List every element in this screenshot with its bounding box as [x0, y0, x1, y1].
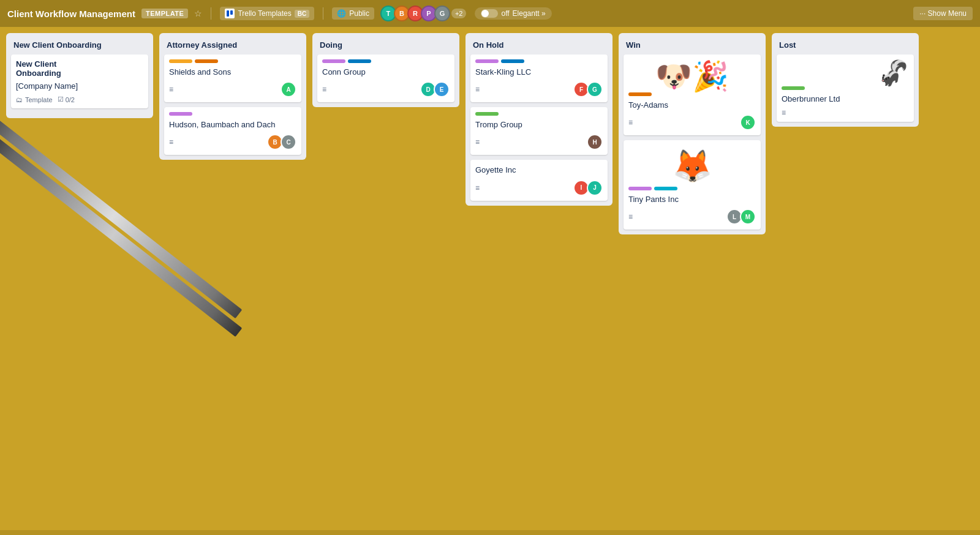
template-icon: 🗂 — [16, 96, 23, 103]
description-icon-ober: ≡ — [782, 108, 786, 117]
description-icon-hudson: ≡ — [169, 138, 173, 146]
public-button[interactable]: 🌐 Public — [332, 7, 374, 20]
label-yellow — [169, 59, 192, 63]
card-avatars-toy: K — [740, 114, 756, 130]
card-tromp-group[interactable]: Tromp Group ≡ H — [470, 107, 608, 155]
template-badge: TEMPLATE — [141, 9, 188, 18]
checklist-count: 0/2 — [66, 96, 75, 103]
card-conn-group[interactable]: Conn Group ≡ D E — [317, 54, 454, 102]
divider2 — [323, 7, 323, 20]
card-footer-tromp: ≡ H — [475, 134, 603, 150]
card-footer-stark: ≡ F G — [475, 81, 603, 97]
avatar-5[interactable]: G — [434, 6, 450, 21]
description-icon-tromp: ≡ — [475, 138, 480, 146]
card-avatar-1: A — [281, 81, 296, 97]
elegantt-label: Elegantt » — [513, 9, 546, 18]
label-teal-tiny — [654, 187, 677, 190]
card-goyette-inc[interactable]: Goyette Inc ≡ I J — [470, 160, 608, 200]
card-labels-conn — [322, 59, 450, 63]
card-footer-hudson: ≡ B C — [169, 134, 296, 150]
column-on-hold: On Hold Stark-Kling LLC ≡ F G Tromp Grou… — [466, 33, 612, 206]
card-title-ober: Oberbrunner Ltd — [782, 94, 909, 105]
description-icon-goyette: ≡ — [475, 184, 480, 192]
label-orange — [195, 59, 218, 63]
card-hudson-baumbach[interactable]: Hudson, Baumbach and Dach ≡ B C — [164, 107, 301, 155]
card-title-shields: Shields and Sons — [169, 67, 296, 78]
card-avatar-hudson-2: C — [281, 134, 296, 150]
elegantt-button[interactable]: off Elegantt » — [475, 7, 551, 20]
card-footer-toy: ≡ K — [628, 114, 756, 130]
card-tiny-pants[interactable]: 🦊 Tiny Pants Inc ≡ L M — [624, 140, 761, 230]
card-labels — [169, 59, 296, 63]
card-labels-tiny — [628, 187, 756, 190]
card-title-tiny: Tiny Pants Inc — [628, 194, 756, 205]
show-menu-label: ··· Show Menu — [919, 9, 967, 18]
description-icon-conn: ≡ — [322, 85, 326, 94]
label-purple — [169, 112, 192, 116]
label-purple-tiny — [628, 187, 652, 190]
tiny-pants-sticker: 🦊 — [628, 145, 756, 187]
label-orange-toy — [628, 92, 652, 96]
label-blue-stark — [501, 59, 524, 63]
card-title-conn: Conn Group — [322, 67, 450, 78]
card-toy-adams[interactable]: 🐶🎉 Toy-Adams ≡ K — [624, 54, 761, 135]
column-title-win: Win — [624, 38, 761, 54]
divider — [211, 7, 211, 20]
card-title-tromp: Tromp Group — [475, 119, 603, 130]
globe-icon: 🌐 — [337, 9, 346, 18]
nco-title: New ClientOnboarding — [16, 59, 143, 78]
card-new-client-onboarding[interactable]: New ClientOnboarding [Company Name] 🗂 Te… — [11, 54, 148, 108]
label-purple-stark — [475, 59, 499, 63]
card-shields-and-sons[interactable]: Shields and Sons ≡ A — [164, 54, 301, 102]
card-stark-kling[interactable]: Stark-Kling LLC ≡ F G — [470, 54, 608, 102]
description-icon-toy: ≡ — [628, 118, 633, 127]
column-doing: Doing Conn Group ≡ D E — [312, 33, 459, 107]
nco-company: [Company Name] — [16, 81, 143, 91]
description-icon-stark: ≡ — [475, 85, 480, 94]
card-avatar-goyette-2: J — [587, 180, 603, 196]
label-blue-conn — [348, 59, 371, 63]
column-title-lost: Lost — [777, 38, 914, 54]
board-members: T B R P G +2 — [380, 6, 467, 21]
card-title-hudson: Hudson, Baumbach and Dach — [169, 119, 296, 130]
trello-icon — [225, 9, 235, 18]
column-title-new-client-onboarding: New Client Onboarding — [11, 38, 148, 54]
label-purple-conn — [322, 59, 345, 63]
toggle-off-label: off — [501, 9, 509, 18]
card-avatar-toy-1: K — [740, 114, 756, 130]
star-icon[interactable]: ☆ — [194, 9, 202, 18]
card-avatar-conn-2: E — [434, 81, 450, 97]
card-avatars-hudson: B C — [267, 134, 296, 150]
column-title-attorney-assigned: Attorney Assigned — [164, 38, 301, 54]
plus-badge: +2 — [451, 9, 467, 18]
toggle-switch[interactable] — [481, 9, 498, 18]
card-oberbrunner[interactable]: 🦨 Oberbrunner Ltd ≡ — [777, 54, 914, 122]
card-avatar-tromp-1: H — [587, 134, 603, 150]
card-avatars-tromp: H — [587, 134, 603, 150]
nco-checklist: ☑ 0/2 — [58, 95, 75, 103]
card-footer: ≡ A — [169, 81, 296, 97]
toy-adams-sticker: 🐶🎉 — [628, 59, 756, 92]
show-menu-button[interactable]: ··· Show Menu — [913, 7, 973, 20]
trello-templates-button[interactable]: Trello Templates BC — [220, 7, 314, 20]
column-title-on-hold: On Hold — [470, 38, 608, 54]
card-labels-ober — [782, 86, 909, 90]
label-green-ober — [782, 86, 805, 90]
card-avatars-tiny: L M — [726, 209, 756, 225]
checklist-icon: ☑ — [58, 95, 64, 103]
column-new-client-onboarding: New Client Onboarding New ClientOnboardi… — [6, 33, 153, 118]
card-avatars: A — [281, 81, 296, 97]
column-title-doing: Doing — [317, 38, 454, 54]
card-labels-toy — [628, 92, 756, 96]
card-title-goyette: Goyette Inc — [475, 165, 603, 176]
description-icon: ≡ — [169, 85, 173, 94]
card-avatar-tiny-2: M — [740, 209, 756, 225]
card-title-stark: Stark-Kling LLC — [475, 67, 603, 78]
card-title-toy: Toy-Adams — [628, 100, 756, 111]
label-green-tromp — [475, 112, 499, 116]
column-attorney-assigned: Attorney Assigned Shields and Sons ≡ A H… — [159, 33, 306, 160]
bc-badge: BC — [295, 10, 309, 18]
card-labels-hudson — [169, 112, 296, 116]
template-label: Template — [25, 96, 53, 103]
nco-meta: 🗂 Template ☑ 0/2 — [16, 95, 143, 103]
